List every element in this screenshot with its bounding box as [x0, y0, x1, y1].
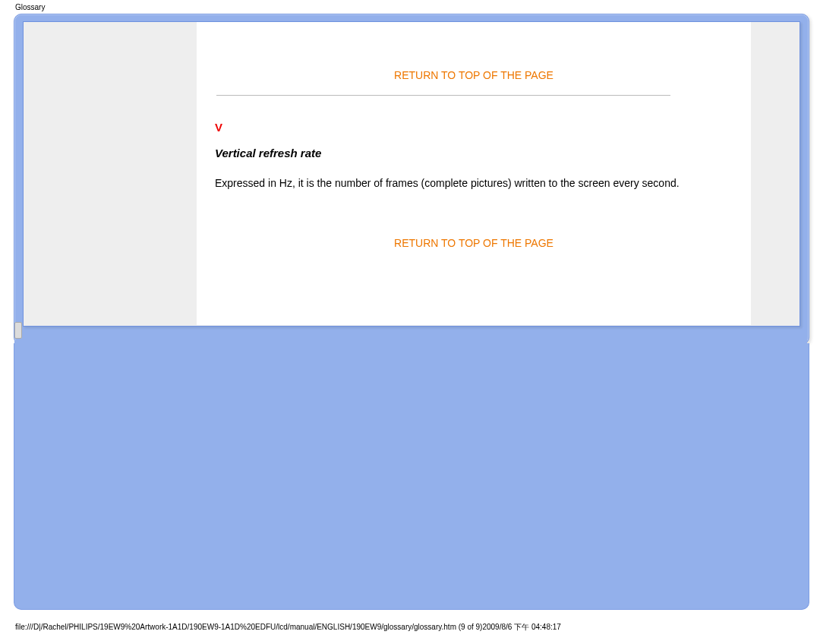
scrollbar-handle[interactable]: [14, 322, 22, 339]
background-seam: [14, 340, 807, 348]
divider: [216, 95, 670, 96]
content-area: RETURN TO TOP OF THE PAGE V Vertical ref…: [197, 22, 751, 325]
glossary-term: Vertical refresh rate: [215, 147, 321, 159]
return-to-top-link[interactable]: RETURN TO TOP OF THE PAGE: [197, 69, 751, 81]
return-to-top-link[interactable]: RETURN TO TOP OF THE PAGE: [197, 237, 751, 249]
section-letter: V: [215, 121, 222, 134]
page-title: Glossary: [15, 3, 45, 11]
content-card: RETURN TO TOP OF THE PAGE V Vertical ref…: [23, 21, 800, 327]
footer-path: file:///D|/Rachel/PHILIPS/19EW9%20Artwor…: [15, 622, 561, 633]
background-panel-lower: [14, 343, 809, 610]
glossary-definition: Expressed in Hz, it is the number of fra…: [215, 177, 724, 189]
